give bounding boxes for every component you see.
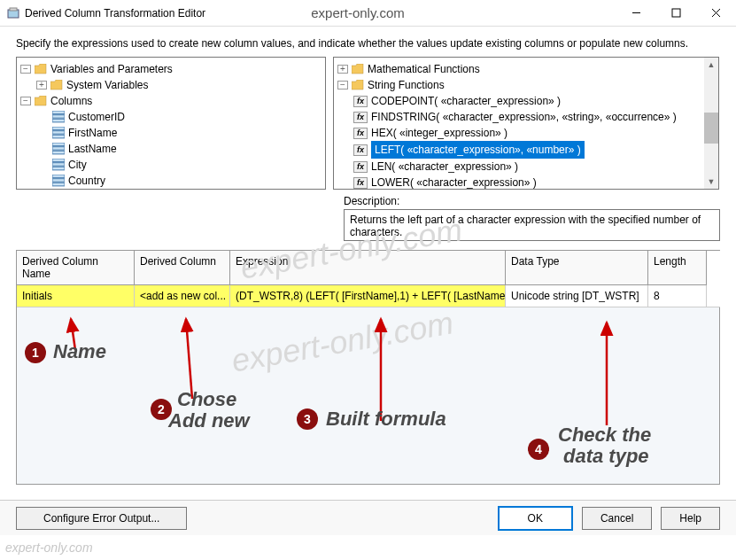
folder-icon bbox=[50, 80, 63, 90]
column-item[interactable]: LastName bbox=[68, 141, 117, 157]
svg-rect-7 bbox=[52, 115, 65, 119]
expand-icon[interactable]: + bbox=[36, 81, 47, 89]
svg-rect-9 bbox=[52, 127, 65, 130]
function-icon: fx bbox=[353, 144, 368, 156]
functions-tree[interactable]: + Mathematical Functions − String Functi… bbox=[333, 57, 719, 190]
svg-rect-10 bbox=[52, 131, 65, 135]
svg-rect-3 bbox=[672, 9, 680, 17]
function-item-selected[interactable]: LEFT( «character_expression», «number» ) bbox=[371, 141, 585, 159]
configure-error-output-button[interactable]: Configure Error Output... bbox=[16, 507, 187, 530]
column-item[interactable]: CustomerID bbox=[68, 109, 125, 125]
function-item[interactable]: CODEPOINT( «character_expression» ) bbox=[371, 93, 561, 109]
svg-rect-19 bbox=[52, 179, 65, 183]
function-item[interactable]: LEN( «character_expression» ) bbox=[371, 159, 518, 175]
description-text: Returns the left part of a character exp… bbox=[344, 209, 720, 241]
help-button[interactable]: Help bbox=[661, 507, 720, 530]
function-item[interactable]: FINDSTRING( «character_expression», «str… bbox=[371, 109, 677, 125]
column-item[interactable]: City bbox=[68, 157, 87, 173]
tree-node-math[interactable]: Mathematical Functions bbox=[368, 61, 480, 77]
scrollbar[interactable]: ▲ ▼ bbox=[704, 58, 718, 189]
annotation-text-2b: Add new bbox=[168, 409, 250, 432]
editor-description: Specify the expressions used to create n… bbox=[0, 27, 736, 57]
annotation-badge-3: 3 bbox=[297, 408, 318, 430]
scroll-up-icon[interactable]: ▲ bbox=[704, 58, 718, 72]
svg-rect-17 bbox=[52, 167, 65, 170]
cell-length[interactable]: 8 bbox=[648, 285, 707, 307]
annotation-text-1: Name bbox=[53, 340, 106, 363]
column-icon bbox=[52, 175, 65, 186]
svg-rect-6 bbox=[52, 111, 65, 114]
function-icon: fx bbox=[353, 128, 368, 139]
collapse-icon[interactable]: − bbox=[20, 97, 31, 105]
title-watermark: expert-only.com bbox=[99, 5, 616, 20]
column-icon bbox=[52, 144, 65, 154]
annotation-text-4a: Check the bbox=[558, 424, 651, 447]
footer-watermark: expert-only.com bbox=[5, 541, 93, 555]
function-icon: fx bbox=[353, 161, 368, 173]
header-name[interactable]: Derived Column Name bbox=[17, 251, 135, 285]
annotation-text-2a: Chose bbox=[177, 388, 236, 411]
cell-derived-col[interactable]: <add as new col... bbox=[135, 285, 230, 307]
ok-button[interactable]: OK bbox=[498, 506, 573, 531]
tree-node-sysvars[interactable]: System Variables bbox=[66, 77, 148, 93]
column-icon bbox=[52, 112, 65, 122]
expand-icon[interactable]: + bbox=[337, 65, 348, 74]
collapse-icon[interactable]: − bbox=[20, 65, 31, 74]
window-controls bbox=[616, 0, 736, 27]
svg-rect-13 bbox=[52, 147, 65, 151]
function-icon: fx bbox=[353, 112, 368, 123]
header-derived-col[interactable]: Derived Column bbox=[135, 251, 230, 285]
bottom-bar: Configure Error Output... OK Cancel Help bbox=[0, 500, 736, 535]
tree-node-columns[interactable]: Columns bbox=[50, 93, 92, 109]
svg-rect-20 bbox=[52, 183, 65, 186]
annotation-badge-4: 4 bbox=[528, 439, 549, 460]
column-icon bbox=[52, 159, 65, 170]
svg-rect-16 bbox=[52, 163, 65, 167]
svg-rect-11 bbox=[52, 135, 65, 138]
scroll-down-icon[interactable]: ▼ bbox=[704, 175, 718, 189]
header-datatype[interactable]: Data Type bbox=[506, 251, 648, 285]
description-label: Description: bbox=[344, 195, 720, 207]
cell-expression[interactable]: (DT_WSTR,8) (LEFT( [FirstName],1) + LEFT… bbox=[230, 285, 506, 307]
variables-columns-tree[interactable]: − Variables and Parameters + System Vari… bbox=[16, 57, 326, 190]
folder-icon bbox=[35, 64, 47, 74]
maximize-button[interactable] bbox=[656, 0, 696, 27]
svg-rect-12 bbox=[52, 143, 65, 146]
folder-icon bbox=[352, 80, 364, 90]
tree-node-string[interactable]: String Functions bbox=[368, 77, 445, 93]
svg-rect-15 bbox=[52, 159, 65, 162]
function-icon: fx bbox=[353, 96, 368, 107]
column-item[interactable]: Country bbox=[68, 173, 105, 189]
annotation-text-4b: data type bbox=[563, 445, 649, 468]
annotation-text-3: Built formula bbox=[326, 408, 446, 431]
grid-header: Derived Column Name Derived Column Expre… bbox=[17, 251, 720, 285]
column-icon bbox=[52, 128, 65, 138]
cancel-button[interactable]: Cancel bbox=[582, 507, 652, 530]
svg-rect-18 bbox=[52, 175, 65, 178]
function-item[interactable]: LOWER( «character_expression» ) bbox=[371, 175, 537, 190]
grid-row[interactable]: Initials <add as new col... (DT_WSTR,8) … bbox=[17, 285, 720, 307]
svg-rect-14 bbox=[52, 151, 65, 154]
svg-rect-1 bbox=[10, 8, 17, 11]
folder-icon bbox=[35, 96, 47, 106]
folder-icon bbox=[352, 64, 364, 74]
description-group: Description: Returns the left part of a … bbox=[344, 195, 720, 241]
cell-name[interactable]: Initials bbox=[17, 285, 135, 307]
function-item[interactable]: HEX( «integer_expression» ) bbox=[371, 125, 507, 141]
cell-datatype[interactable]: Unicode string [DT_WSTR] bbox=[506, 285, 648, 307]
minimize-button[interactable] bbox=[616, 0, 656, 27]
tree-node-variables[interactable]: Variables and Parameters bbox=[50, 61, 173, 77]
app-icon bbox=[7, 7, 19, 19]
column-item[interactable]: FirstName bbox=[68, 125, 117, 141]
header-length[interactable]: Length bbox=[648, 251, 707, 285]
header-expression[interactable]: Expression bbox=[230, 251, 506, 285]
titlebar: Derived Column Transformation Editor exp… bbox=[0, 0, 736, 27]
annotation-badge-1: 1 bbox=[25, 342, 46, 363]
svg-rect-8 bbox=[52, 119, 65, 122]
function-icon: fx bbox=[353, 177, 368, 189]
close-button[interactable] bbox=[696, 0, 736, 27]
scroll-thumb[interactable] bbox=[704, 113, 718, 144]
collapse-icon[interactable]: − bbox=[337, 81, 348, 89]
